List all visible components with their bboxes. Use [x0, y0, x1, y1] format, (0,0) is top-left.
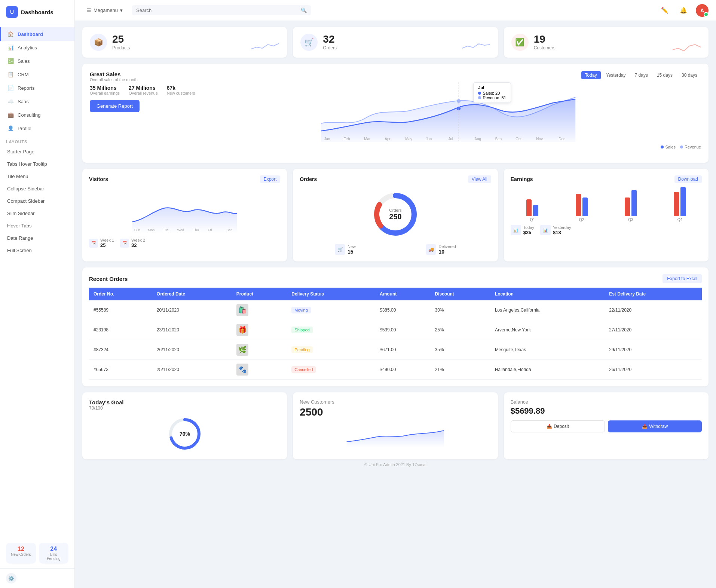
order-no: #55589 — [89, 300, 152, 320]
q3-label: Q3 — [628, 218, 633, 222]
balance-amount: $5699.89 — [511, 406, 702, 416]
svg-text:Apr: Apr — [385, 137, 391, 141]
svg-text:Sep: Sep — [495, 137, 502, 141]
order-amount: $490.00 — [375, 360, 431, 380]
table-row: #55589 20/11/2020 🛍️ Moving $385.00 30% … — [89, 300, 702, 320]
search-bar[interactable]: 🔍 — [132, 5, 311, 15]
sidebar-item-date-range[interactable]: Date Range — [0, 232, 74, 244]
sidebar-item-reports[interactable]: 📄 Reports — [0, 81, 74, 95]
order-status: Shipped — [287, 320, 375, 340]
order-discount: 21% — [431, 360, 490, 380]
q1-bars — [526, 186, 538, 216]
sidebar-item-compact[interactable]: Compact Sidebar — [0, 195, 74, 207]
revenue-lbl: Overall revenue — [129, 91, 158, 95]
svg-text:Mar: Mar — [364, 137, 371, 141]
sidebar-item-tile-menu[interactable]: Tile Menu — [0, 170, 74, 183]
search-input[interactable] — [136, 7, 298, 13]
sidebar-item-slim[interactable]: Slim Sidebar — [0, 207, 74, 220]
sidebar-item-dashboard[interactable]: 🏠 Dashboard — [0, 27, 74, 41]
sidebar-item-analytics[interactable]: 📊 Analytics — [0, 41, 74, 54]
q3-bars — [625, 186, 637, 216]
generate-report-button[interactable]: Generate Report — [90, 100, 140, 112]
sidebar-badges: 12 New Orders 24 Bills Pending — [0, 538, 74, 568]
three-panel-row: Visitors Export Sun Mon Tue Wed — [82, 169, 709, 261]
date-range-label: Date Range — [7, 235, 33, 241]
sidebar-item-sales[interactable]: 💹 Sales — [0, 54, 74, 68]
visitors-title: Visitors — [89, 176, 108, 182]
earnings-panel: Earnings Download Q1 — [504, 169, 709, 261]
status-badge: Cancelled — [291, 366, 316, 373]
view-all-button[interactable]: View All — [468, 175, 491, 183]
table-header-row: Order No. Ordered Date Product Delivery … — [89, 288, 702, 300]
order-no: #65673 — [89, 360, 152, 380]
recent-orders-header: Recent Orders Export to Excel — [89, 274, 702, 283]
order-location: Hallandale,Florida — [490, 360, 605, 380]
status-badge: Moving — [291, 307, 310, 313]
sidebar-item-collapse[interactable]: Collapse Sidebar — [0, 183, 74, 195]
svg-text:Sat: Sat — [227, 228, 232, 232]
time-btn-30days[interactable]: 30 days — [678, 71, 701, 79]
export-excel-button[interactable]: Export to Excel — [663, 274, 702, 283]
deposit-button[interactable]: 📥 Deposit — [511, 420, 605, 432]
sidebar-item-full-screen[interactable]: Full Screen — [0, 244, 74, 257]
col-discount: Discount — [431, 288, 490, 300]
new-stat-info: New 15 — [348, 244, 356, 255]
order-date: 25/11/2020 — [152, 360, 232, 380]
week2-info: Week 2 32 — [131, 238, 145, 248]
time-btn-15days[interactable]: 15 days — [653, 71, 676, 79]
layouts-section-title: LAYOUTS — [0, 135, 74, 146]
col-delivery-date: Est Delivery Date — [605, 288, 702, 300]
today-earning-info: Today $25 — [523, 225, 534, 235]
col-order-no: Order No. — [89, 288, 152, 300]
earnings-title: Earnings — [511, 176, 533, 182]
sidebar-item-tabs-hover[interactable]: Tabs Hover Tooltip — [0, 158, 74, 170]
sidebar-settings[interactable]: ⚙️ — [0, 568, 74, 588]
time-btn-today[interactable]: Today — [581, 71, 601, 79]
visitors-chart: Sun Mon Tue Wed Thu Fri Sat — [89, 188, 280, 233]
earnings-header: Earnings Download — [511, 175, 702, 183]
col-product: Product — [232, 288, 287, 300]
bell-icon[interactable]: 🔔 — [677, 4, 690, 17]
table-row: #87324 26/11/2020 🌿 Pending $671.00 35% … — [89, 340, 702, 360]
table-body: #55589 20/11/2020 🛍️ Moving $385.00 30% … — [89, 300, 702, 380]
sidebar-item-crm[interactable]: 📋 CRM — [0, 68, 74, 81]
svg-text:Mon: Mon — [148, 228, 155, 232]
withdraw-button[interactable]: 📤 Withdraw — [608, 420, 702, 432]
order-product: 🌿 — [232, 340, 287, 360]
settings-icon[interactable]: ⚙️ — [6, 573, 16, 584]
svg-text:May: May — [405, 137, 412, 141]
consulting-icon: 💼 — [7, 111, 14, 118]
svg-text:Thu: Thu — [193, 228, 199, 232]
chart-legend: Sales Revenue — [195, 145, 701, 149]
sidebar-item-consulting[interactable]: 💼 Consulting — [0, 108, 74, 122]
recent-orders-section: Recent Orders Export to Excel Order No. … — [82, 267, 709, 386]
week2-icon: 📅 — [120, 239, 129, 248]
time-btn-7days[interactable]: 7 days — [631, 71, 652, 79]
status-badge: Pending — [291, 346, 312, 353]
sales-subtitle: Overall sales of the month — [90, 77, 195, 82]
time-btn-yesterday[interactable]: Yesterday — [602, 71, 630, 79]
megamenu-button[interactable]: ☰ Megamenu ▾ — [82, 5, 127, 15]
week1-icon: 📅 — [89, 239, 98, 248]
edit-icon[interactable]: ✏️ — [658, 4, 671, 17]
q1-red-bar — [526, 199, 532, 216]
sales-section: Great Sales Overall sales of the month 3… — [82, 64, 709, 163]
sidebar: U Dashboards 🏠 Dashboard 📊 Analytics 💹 S… — [0, 0, 75, 588]
bottom-row: Today's Goal 70/100 70% New Customers 25… — [82, 392, 709, 459]
sidebar-item-hover-tabs[interactable]: Hover Tabs — [0, 220, 74, 232]
download-button[interactable]: Download — [674, 175, 702, 183]
collapse-label: Collapse Sidebar — [7, 186, 44, 192]
orders-title: Orders — [300, 176, 317, 182]
q4-red-bar — [674, 192, 679, 216]
bills-badge: 24 Bills Pending — [39, 543, 69, 564]
col-location: Location — [490, 288, 605, 300]
sidebar-item-profile[interactable]: 👤 Profile — [0, 122, 74, 135]
avatar[interactable]: A — [696, 4, 709, 17]
sidebar-item-label: Saas — [18, 99, 29, 104]
sidebar-item-starter[interactable]: Starter Page — [0, 146, 74, 158]
sidebar-item-label: Sales — [18, 58, 30, 64]
orders-panel: Orders View All Orders — [293, 169, 498, 261]
export-visitors-button[interactable]: Export — [260, 175, 281, 183]
order-date: 20/11/2020 — [152, 300, 232, 320]
sidebar-item-saas[interactable]: ☁️ Saas — [0, 95, 74, 108]
